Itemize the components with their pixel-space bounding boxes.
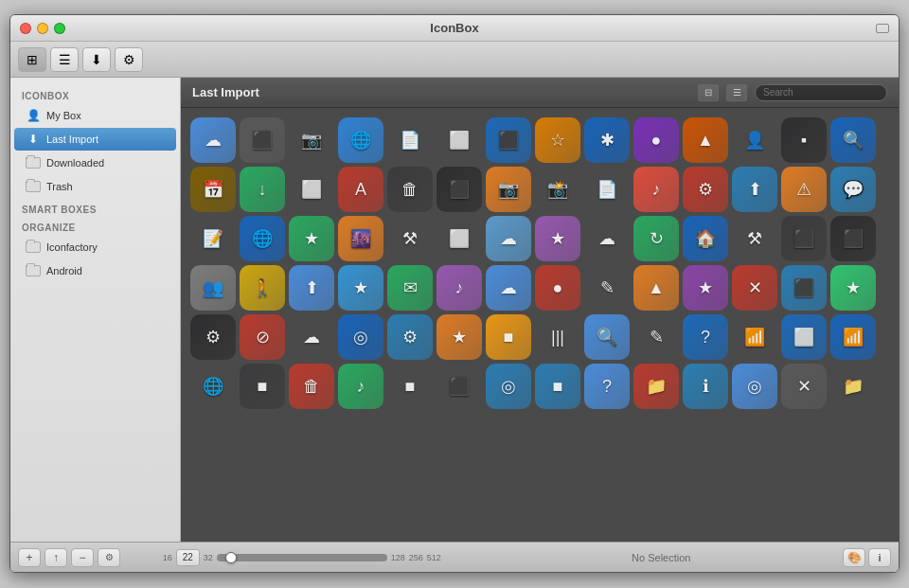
app-icon[interactable]: ▲	[633, 265, 679, 311]
app-icon[interactable]: 🏠	[683, 216, 728, 261]
grid-toggle-button[interactable]: ⊟	[698, 84, 719, 101]
sidebar-item-iconfactory[interactable]: Iconfactory	[14, 236, 176, 258]
app-icon[interactable]: ■	[535, 364, 580, 409]
app-icon[interactable]: ℹ	[683, 364, 728, 409]
app-icon[interactable]: ■	[240, 364, 285, 409]
app-icon[interactable]: ★	[683, 265, 728, 311]
search-input[interactable]	[755, 84, 887, 101]
app-icon[interactable]: 🗑	[289, 364, 334, 409]
app-icon[interactable]: ★	[289, 216, 334, 261]
app-icon[interactable]: ☆	[535, 117, 580, 163]
maximize-button[interactable]	[54, 23, 65, 34]
size-slider-thumb[interactable]	[225, 552, 237, 563]
app-icon[interactable]: ▲	[683, 117, 728, 163]
app-icon[interactable]: ⬛	[437, 167, 482, 212]
app-icon[interactable]: ⚙	[387, 314, 433, 360]
app-icon[interactable]: 👤	[732, 117, 777, 163]
app-icon[interactable]: ◎	[486, 364, 531, 409]
gear-button[interactable]: ⚙	[98, 548, 120, 567]
size-slider-track[interactable]	[217, 554, 387, 561]
app-icon[interactable]: ◎	[732, 364, 777, 409]
app-icon[interactable]: 📄	[387, 117, 433, 163]
app-icon[interactable]: ★	[830, 265, 876, 311]
app-icon[interactable]: ⬜	[781, 314, 827, 360]
app-icon[interactable]: ♪	[338, 364, 383, 409]
app-icon[interactable]: 🌐	[190, 364, 236, 409]
app-icon[interactable]: 📝	[190, 216, 236, 261]
app-icon[interactable]: ⚠	[781, 167, 827, 212]
app-icon[interactable]: ■	[486, 314, 531, 360]
remove-button[interactable]: −	[71, 548, 94, 567]
app-icon[interactable]: 📸	[535, 167, 580, 212]
app-icon[interactable]: ↻	[633, 216, 679, 261]
app-icon[interactable]: 📷	[486, 167, 531, 212]
sidebar-item-downloaded[interactable]: Downloaded	[14, 151, 176, 174]
app-icon[interactable]: 📷	[289, 117, 334, 163]
app-icon[interactable]: ☁	[289, 314, 334, 360]
app-icon[interactable]: ▪	[781, 117, 827, 163]
app-icon[interactable]: ⬜	[437, 117, 482, 163]
app-icon[interactable]: ✉	[387, 265, 433, 311]
app-icon[interactable]: ✕	[732, 265, 777, 311]
app-icon[interactable]: ↓	[240, 167, 285, 212]
app-icon[interactable]: 📶	[830, 314, 876, 360]
info-button[interactable]: i	[868, 548, 891, 567]
app-icon[interactable]: ?	[584, 364, 630, 409]
grid-view-button[interactable]: ⊞	[18, 47, 46, 72]
app-icon[interactable]: 🌐	[338, 117, 383, 163]
app-icon[interactable]: ☁	[486, 265, 531, 311]
app-icon[interactable]: |||	[535, 314, 580, 360]
app-icon[interactable]: ●	[633, 117, 679, 163]
app-icon[interactable]: 🔍	[584, 314, 630, 360]
size-slider[interactable]: 16 22 32 128 256 512	[124, 549, 480, 566]
app-icon[interactable]: ☁	[486, 216, 531, 261]
app-icon[interactable]: ⚙	[190, 314, 236, 360]
app-icon[interactable]: ⚙	[683, 167, 728, 212]
app-icon[interactable]: 👥	[190, 265, 236, 311]
app-icon[interactable]: 🚶	[240, 265, 285, 311]
app-icon[interactable]: ✎	[633, 314, 679, 360]
app-icon[interactable]: ⚒	[387, 216, 433, 261]
app-icon[interactable]: 🌆	[338, 216, 383, 261]
app-icon[interactable]: 📶	[732, 314, 777, 360]
close-button[interactable]	[20, 23, 31, 34]
app-icon[interactable]: ■	[387, 364, 433, 409]
app-icon[interactable]: ★	[338, 265, 383, 311]
app-icon[interactable]: ♪	[633, 167, 679, 212]
app-icon[interactable]: ☁	[584, 216, 630, 261]
add-button[interactable]: +	[18, 548, 41, 567]
sidebar-item-trash[interactable]: Trash	[14, 175, 176, 198]
app-icon[interactable]: 📁	[830, 364, 876, 409]
list-toggle-button[interactable]: ☰	[726, 84, 747, 101]
list-view-button[interactable]: ☰	[50, 47, 79, 72]
app-icon[interactable]: 📄	[584, 167, 630, 212]
app-icon[interactable]: 📅	[190, 167, 236, 212]
app-icon[interactable]: ⬛	[781, 216, 827, 261]
import-button[interactable]: ⬇	[82, 47, 111, 72]
color-picker-button[interactable]: 🎨	[843, 548, 865, 567]
app-icon[interactable]: ★	[535, 216, 580, 261]
app-icon[interactable]: ⬆	[289, 265, 334, 311]
app-icon[interactable]: ⬆	[732, 167, 777, 212]
sidebar-item-android[interactable]: Android	[14, 259, 176, 282]
app-icon[interactable]: ⬜	[437, 216, 482, 261]
app-icon[interactable]: A	[338, 167, 383, 212]
app-icon[interactable]: ✎	[584, 265, 630, 311]
app-icon[interactable]: ⊘	[240, 314, 285, 360]
app-icon[interactable]: ✱	[584, 117, 630, 163]
app-icon[interactable]: ⬜	[289, 167, 334, 212]
app-icon[interactable]: 📁	[633, 364, 679, 409]
app-icon[interactable]: ⬛	[830, 216, 876, 261]
app-icon[interactable]: ★	[437, 314, 482, 360]
app-icon[interactable]: 🔍	[830, 117, 876, 163]
minimize-button[interactable]	[37, 23, 48, 34]
sidebar-item-last-import[interactable]: ⬇ Last Import	[14, 128, 176, 151]
export-button[interactable]: ↑	[45, 548, 67, 567]
app-icon[interactable]: ⬛	[486, 117, 531, 163]
app-icon[interactable]: ⬛	[781, 265, 827, 311]
app-icon[interactable]: ?	[683, 314, 728, 360]
app-icon[interactable]: ⬛	[437, 364, 482, 409]
app-icon[interactable]: 🌐	[240, 216, 285, 261]
app-icon[interactable]: ⚒	[732, 216, 777, 261]
app-icon[interactable]: ♪	[437, 265, 482, 311]
